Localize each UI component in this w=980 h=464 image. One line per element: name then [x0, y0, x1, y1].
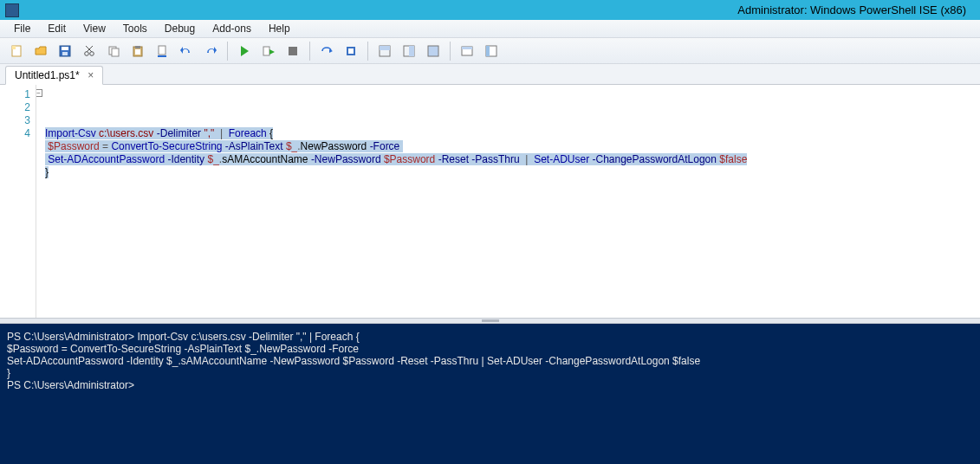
toolbar-separator — [227, 42, 228, 61]
svg-rect-13 — [135, 49, 140, 55]
code-token: $Password — [384, 153, 435, 165]
svg-point-5 — [85, 51, 89, 55]
code-token: -Identity — [167, 153, 204, 165]
line-number: 3 — [0, 114, 30, 127]
svg-rect-26 — [409, 46, 414, 56]
code-token: -Delimiter — [157, 127, 201, 139]
code-token: $_ — [207, 153, 218, 165]
svg-marker-16 — [241, 46, 249, 56]
menubar: File Edit View Tools Debug Add-ons Help — [0, 20, 980, 38]
svg-rect-3 — [62, 47, 68, 50]
code-token: -ChangePasswordAtLogon — [593, 153, 717, 165]
open-file-icon[interactable] — [29, 40, 52, 62]
line-number-gutter: 1 2 3 4 — [0, 85, 36, 318]
pane-splitter[interactable] — [0, 318, 980, 324]
collapse-toggle-icon[interactable]: − — [36, 89, 42, 97]
code-token: Foreach — [229, 127, 267, 139]
menu-file[interactable]: File — [5, 21, 39, 36]
code-token: NewPassword — [301, 140, 367, 152]
svg-rect-29 — [462, 47, 472, 49]
show-script-max-icon[interactable] — [422, 40, 445, 62]
show-script-pane-icon[interactable] — [373, 40, 396, 62]
code-token: $_ — [286, 140, 297, 152]
copy-icon[interactable] — [102, 40, 125, 62]
menu-edit[interactable]: Edit — [39, 21, 75, 36]
console-line: $Password = ConvertTo-SecureString -AsPl… — [7, 343, 973, 355]
code-token: "," — [204, 127, 214, 139]
tabstrip: Untitled1.ps1* × — [0, 64, 980, 85]
stop-icon[interactable] — [282, 40, 304, 62]
code-area[interactable]: − Import-Csv c:\users.csv -Delimiter ","… — [36, 85, 980, 318]
code-line[interactable]: } — [36, 166, 980, 179]
svg-marker-18 — [269, 49, 275, 55]
svg-rect-17 — [263, 47, 269, 55]
line-number: 2 — [0, 101, 30, 114]
script-editor[interactable]: 1 2 3 4 − Import-Csv c:\users.csv -Delim… — [0, 85, 980, 318]
close-icon[interactable]: × — [85, 69, 97, 81]
run-icon[interactable] — [233, 40, 256, 62]
svg-line-7 — [87, 46, 93, 52]
line-number: 1 — [0, 88, 30, 101]
menu-help[interactable]: Help — [260, 21, 299, 36]
code-line[interactable]: Import-Csv c:\users.csv -Delimiter "," |… — [36, 127, 980, 140]
app-icon — [5, 3, 19, 17]
code-token: } — [45, 166, 49, 178]
window-titlebar: Administrator: Windows PowerShell ISE (x… — [0, 0, 980, 20]
tab-untitled1[interactable]: Untitled1.ps1* × — [5, 66, 103, 85]
code-token — [399, 140, 402, 152]
svg-rect-24 — [380, 46, 390, 50]
new-file-icon[interactable] — [5, 40, 28, 62]
toolbar-separator — [367, 42, 368, 61]
run-selection-icon[interactable] — [257, 40, 280, 62]
redo-icon[interactable] — [199, 40, 222, 62]
code-token: -PassThru — [471, 153, 519, 165]
svg-rect-1 — [12, 46, 16, 49]
window-title: Administrator: Windows PowerShell ISE (x… — [26, 3, 975, 16]
svg-line-8 — [86, 46, 92, 52]
show-script-right-icon[interactable] — [398, 40, 420, 62]
code-line[interactable]: $Password = ConvertTo-SecureString -AsPl… — [36, 140, 980, 153]
menu-debug[interactable]: Debug — [156, 21, 204, 36]
code-token: Import-Csv — [45, 127, 96, 139]
console-line: PS C:\Users\Administrator> — [7, 379, 973, 391]
svg-rect-4 — [62, 52, 68, 55]
svg-rect-27 — [428, 46, 438, 56]
code-token: -Reset — [438, 153, 469, 165]
toolbar — [0, 38, 980, 64]
show-commands-icon[interactable] — [480, 40, 503, 62]
tab-label: Untitled1.ps1* — [15, 69, 80, 81]
code-line[interactable]: Set-ADAccountPassword -Identity $_.sAMAc… — [36, 153, 980, 166]
paste-icon[interactable] — [127, 40, 149, 62]
cut-icon[interactable] — [78, 40, 101, 62]
console-line: } — [7, 367, 973, 379]
console-line: PS C:\Users\Administrator> Import-Csv c:… — [7, 331, 973, 343]
svg-rect-12 — [135, 46, 140, 48]
toggle-breakpoint-icon[interactable] — [340, 40, 362, 62]
svg-rect-10 — [112, 48, 119, 56]
code-token: Set-ADUser — [534, 153, 589, 165]
step-over-icon[interactable] — [315, 40, 338, 62]
line-number: 4 — [0, 127, 30, 140]
svg-point-6 — [90, 51, 94, 55]
svg-rect-14 — [159, 46, 165, 55]
code-token: -Force — [370, 140, 400, 152]
menu-tools[interactable]: Tools — [114, 21, 156, 36]
clear-icon[interactable] — [151, 40, 173, 62]
code-token: c:\users.csv — [99, 127, 153, 139]
toolbar-separator — [309, 42, 310, 61]
menu-view[interactable]: View — [75, 21, 114, 36]
save-icon[interactable] — [54, 40, 76, 62]
code-token — [589, 153, 592, 165]
undo-icon[interactable] — [175, 40, 198, 62]
code-token: ConvertTo-SecureString — [111, 140, 222, 152]
code-token — [223, 127, 229, 139]
code-token — [214, 127, 220, 139]
svg-rect-31 — [486, 46, 490, 56]
code-token: Set-ADAccountPassword — [48, 153, 165, 165]
svg-rect-22 — [348, 48, 354, 54]
menu-addons[interactable]: Add-ons — [204, 21, 260, 36]
show-command-addon-icon[interactable] — [456, 40, 478, 62]
console-pane[interactable]: PS C:\Users\Administrator> Import-Csv c:… — [0, 324, 980, 464]
code-token: $false — [719, 153, 747, 165]
code-token: -NewPassword — [311, 153, 381, 165]
